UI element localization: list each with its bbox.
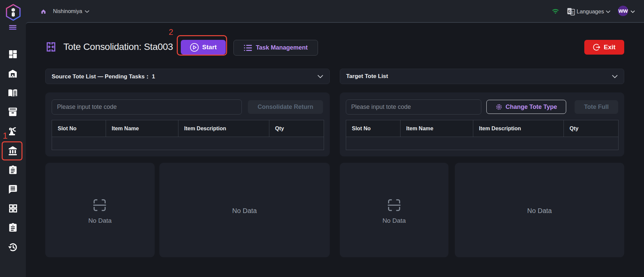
svg-text:文: 文 [571, 10, 575, 14]
